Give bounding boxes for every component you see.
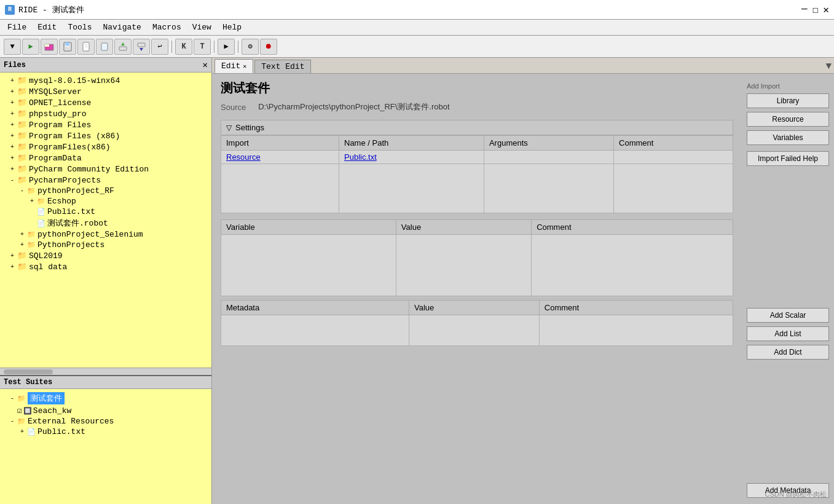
tree-item-ecshop[interactable]: + 📁 Ecshop xyxy=(0,196,211,207)
svg-marker-11 xyxy=(121,42,125,45)
svg-rect-12 xyxy=(138,43,145,47)
tree-item-programfilesx86v2[interactable]: + 📁 ProgramFiles(x86) xyxy=(0,141,211,152)
col-import: Import xyxy=(221,136,339,151)
col-metadata: Metadata xyxy=(221,301,409,315)
content-with-sidebar: 测试套件 Source D:\PycharmProjects\pythonPro… xyxy=(212,74,834,504)
import-arguments xyxy=(484,151,613,164)
file-tree[interactable]: + 📁 mysql-8.0.15-winx64 + 📁 MYSQLServer … xyxy=(0,73,211,368)
col-name-path: Name / Path xyxy=(339,136,484,151)
close-btn[interactable]: ✕ xyxy=(823,4,829,16)
add-scalar-btn[interactable]: Add Scalar xyxy=(747,308,829,323)
files-panel-header: Files ✕ xyxy=(0,58,211,73)
tree-item-opnet[interactable]: + 📁 OPNET_license xyxy=(0,97,211,108)
undo-btn[interactable]: ↩ xyxy=(151,39,168,55)
maximize-btn[interactable]: ☐ xyxy=(812,4,819,16)
tree-item-sql2019[interactable]: + 📁 SQL2019 xyxy=(0,250,211,261)
tree-item-public-txt[interactable]: 📄 Public.txt xyxy=(0,207,211,217)
menu-navigate[interactable]: Navigate xyxy=(98,22,146,33)
run-btn[interactable]: ▶ xyxy=(22,39,39,55)
k-btn[interactable]: K xyxy=(175,39,192,55)
ts-item-seach-kw[interactable]: ☑ 🔲 Seach_kw xyxy=(0,405,211,416)
stop-btn[interactable]: ⏺ xyxy=(260,39,277,55)
ts-item-testsuite[interactable]: - 📁 测试套件 xyxy=(0,392,211,405)
new-btn[interactable] xyxy=(77,39,95,55)
menu-edit[interactable]: Edit xyxy=(33,22,61,33)
col-comment-var: Comment xyxy=(532,220,733,235)
tree-item-programfilesx86[interactable]: + 📁 Program Files (x86) xyxy=(0,130,211,141)
ts-item-public-txt[interactable]: + 📄 Public.txt xyxy=(0,427,211,437)
variable-row-empty xyxy=(221,235,733,296)
settings-toggle-icon[interactable]: ▽ xyxy=(226,124,232,132)
export-btn[interactable] xyxy=(114,39,132,55)
tab-edit[interactable]: Edit ✕ xyxy=(214,59,253,73)
settings-header[interactable]: ▽ Settings xyxy=(221,120,733,135)
right-sidebar: Add Import Library Resource Variables Im… xyxy=(742,74,834,504)
tab-bar: Edit ✕ Text Edit ▼ xyxy=(212,58,834,74)
files-label: Files xyxy=(4,61,26,69)
variables-btn[interactable]: Variables xyxy=(747,130,829,145)
tree-item-sqldata[interactable]: + 📁 sql data xyxy=(0,261,211,272)
run2-btn[interactable]: ▶ xyxy=(218,39,235,55)
settings-label: Settings xyxy=(235,123,264,132)
metadata-row-empty xyxy=(221,315,733,346)
tree-item-mysql[interactable]: + 📁 mysql-8.0.15-winx64 xyxy=(0,75,211,86)
add-list-btn[interactable]: Add List xyxy=(747,326,829,341)
menu-file[interactable]: File xyxy=(2,22,31,33)
dropdown-btn[interactable]: ▼ xyxy=(4,39,21,55)
svg-rect-4 xyxy=(65,42,69,45)
window-title: RIDE - 测试套件 xyxy=(18,4,84,15)
tree-item-pycharm[interactable]: + 📁 PyCharm Community Edition xyxy=(0,163,211,175)
import-name-path[interactable]: Public.txt xyxy=(339,151,484,164)
test-suites-header: Test Suites xyxy=(0,376,211,389)
test-suites-tree[interactable]: - 📁 测试套件 ☑ 🔲 Seach_kw - 📁 External Resou… xyxy=(0,389,211,504)
settings-btn[interactable]: ⚙ xyxy=(242,39,259,55)
import-comment xyxy=(614,151,733,164)
toolbar-separator-2 xyxy=(214,41,214,53)
menu-bar: File Edit Tools Navigate Macros View Hel… xyxy=(0,20,834,36)
menu-tools[interactable]: Tools xyxy=(63,22,96,33)
tab-edit-label: Edit xyxy=(221,61,240,71)
menu-view[interactable]: View xyxy=(187,22,216,33)
tab-text-edit[interactable]: Text Edit xyxy=(254,60,311,73)
resource-btn[interactable]: Resource xyxy=(747,112,829,127)
menu-macros[interactable]: Macros xyxy=(148,22,186,33)
right-panel: Edit ✕ Text Edit ▼ 测试套件 Source D:\Pychar… xyxy=(212,58,834,504)
save-btn[interactable] xyxy=(59,39,76,55)
import-btn[interactable] xyxy=(133,39,150,55)
svg-rect-9 xyxy=(101,43,108,50)
tree-item-pythonproject-rf[interactable]: - 📁 pythonProject_RF xyxy=(0,186,211,196)
minimize-btn[interactable]: — xyxy=(801,4,808,16)
import-resource-link[interactable]: Resource xyxy=(221,151,339,164)
tree-item-test-suite-robot[interactable]: 📄 测试套件.robot xyxy=(0,217,211,229)
ts-item-external-resources[interactable]: - 📁 External Resources xyxy=(0,416,211,427)
source-row: Source D:\PycharmProjects\pythonProject_… xyxy=(221,101,733,112)
open-btn[interactable] xyxy=(41,39,58,55)
import-failed-help-btn[interactable]: Import Failed Help xyxy=(747,151,829,166)
source-value: D:\PycharmProjects\pythonProject_RF\测试套件… xyxy=(258,101,449,112)
toolbar-separator-1 xyxy=(171,41,172,53)
tab-edit-close[interactable]: ✕ xyxy=(243,63,246,70)
files-scrollbar-x[interactable] xyxy=(0,368,211,375)
import-table: Import Name / Path Arguments Comment Res… xyxy=(221,135,733,213)
menu-help[interactable]: Help xyxy=(218,22,246,33)
add-dict-btn[interactable]: Add Dict xyxy=(747,345,829,360)
tree-item-pythonprojects[interactable]: + 📁 PythonProjects xyxy=(0,240,211,250)
toolbar-separator-3 xyxy=(238,41,238,53)
test-suites-label: Test Suites xyxy=(4,378,52,387)
title-bar: R RIDE - 测试套件 — ☐ ✕ xyxy=(0,0,834,20)
tab-text-edit-label: Text Edit xyxy=(261,62,304,71)
tree-item-programdata[interactable]: + 📁 ProgramData xyxy=(0,152,211,163)
new2-btn[interactable] xyxy=(96,39,113,55)
svg-rect-2 xyxy=(45,44,49,46)
t-btn[interactable]: T xyxy=(194,39,211,55)
files-close-btn[interactable]: ✕ xyxy=(203,60,208,70)
col-arguments: Arguments xyxy=(484,136,613,151)
library-btn[interactable]: Library xyxy=(747,93,829,108)
tree-item-mysqlserver[interactable]: + 📁 MYSQLServer xyxy=(0,86,211,97)
tree-item-phpstudy[interactable]: + 📁 phpstudy_pro xyxy=(0,108,211,119)
col-value: Value xyxy=(396,220,531,235)
tree-item-pycharmprojects[interactable]: - 📁 PycharmProjects xyxy=(0,175,211,186)
tab-scroll-btn[interactable]: ▼ xyxy=(825,61,832,72)
tree-item-pythonproject-selenium[interactable]: + 📁 pythonProject_Selenium xyxy=(0,229,211,240)
tree-item-programfiles[interactable]: + 📁 Program Files xyxy=(0,119,211,130)
